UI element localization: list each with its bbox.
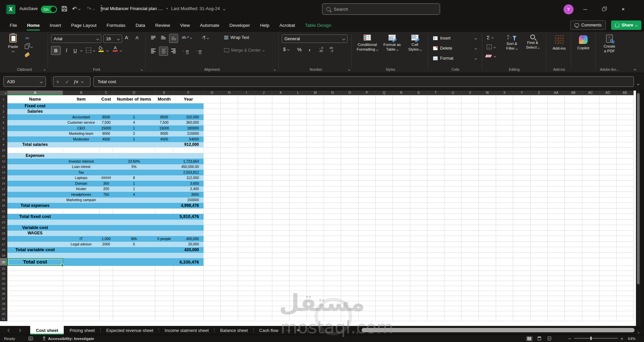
cell-I24[interactable] xyxy=(238,225,255,231)
cell-AA3[interactable] xyxy=(548,109,565,115)
cell-O41[interactable] xyxy=(341,316,358,321)
cell-O35[interactable] xyxy=(341,286,358,291)
cell-H35[interactable] xyxy=(221,286,238,291)
ribbon-tab-view[interactable]: View xyxy=(175,19,195,32)
cell-J23[interactable] xyxy=(255,220,272,225)
cell-U18[interactable] xyxy=(444,192,462,197)
cell-D20[interactable] xyxy=(113,203,155,209)
ribbon-tab-table-design[interactable]: Table Design xyxy=(300,19,336,32)
cell-X39[interactable] xyxy=(496,306,513,311)
row-header-3[interactable]: 3 xyxy=(0,109,7,115)
cell-D37[interactable] xyxy=(113,296,155,301)
cell-Y16[interactable] xyxy=(513,181,530,186)
cell-AC27[interactable] xyxy=(582,242,599,247)
cell-R9[interactable] xyxy=(393,142,410,148)
cell-M6[interactable] xyxy=(307,125,324,131)
cell-A41[interactable] xyxy=(7,316,63,321)
font-color-button[interactable]: A xyxy=(113,46,118,52)
cell-W18[interactable] xyxy=(479,192,496,197)
column-header-A[interactable]: A xyxy=(7,91,63,95)
row-header-4[interactable]: 4 xyxy=(0,114,7,120)
cell-D19[interactable] xyxy=(113,197,155,203)
cell-C10[interactable] xyxy=(100,148,113,153)
cell-B35[interactable] xyxy=(63,286,100,291)
sheet-tab-cost-sheet[interactable]: Cost sheet xyxy=(30,326,64,335)
cell-X22[interactable] xyxy=(496,214,513,220)
cell-I26[interactable] xyxy=(238,236,255,242)
find-select-button[interactable]: Find & Select xyxy=(523,35,542,50)
cell-V40[interactable] xyxy=(462,311,479,316)
cell-B16[interactable]: Domain xyxy=(63,181,100,186)
cell-F1[interactable]: Year xyxy=(173,95,204,103)
cell-O21[interactable] xyxy=(341,209,358,214)
cell-S28[interactable] xyxy=(410,247,427,253)
cell-E30[interactable] xyxy=(155,258,173,266)
cell-U41[interactable] xyxy=(444,316,462,321)
cell-R11[interactable] xyxy=(393,153,410,159)
cell-F12[interactable]: 1,723,664 xyxy=(173,159,204,164)
cell-Q40[interactable] xyxy=(376,311,393,316)
cell-T33[interactable] xyxy=(427,276,444,281)
cell-S18[interactable] xyxy=(410,192,427,197)
sheet-tab-expected-revenue-sheet[interactable]: Expected revenue sheet xyxy=(101,326,159,335)
cell-AB6[interactable] xyxy=(565,125,582,131)
cell-AC10[interactable] xyxy=(582,148,599,153)
cell-F36[interactable] xyxy=(173,291,204,296)
cell-K39[interactable] xyxy=(272,306,289,311)
cell-A19[interactable] xyxy=(7,197,63,203)
cell-C28[interactable] xyxy=(100,247,113,253)
sheet-nav-prev-icon[interactable] xyxy=(4,326,14,335)
cell-AE10[interactable] xyxy=(616,148,634,153)
cell-V23[interactable] xyxy=(462,220,479,225)
cell-H36[interactable] xyxy=(221,291,238,296)
text-direction-button[interactable]: ›¶ xyxy=(202,35,209,40)
cell-V41[interactable] xyxy=(462,316,479,321)
cell-G36[interactable] xyxy=(204,291,221,296)
cell-AD41[interactable] xyxy=(599,316,616,321)
cell-P32[interactable] xyxy=(359,271,376,276)
cell-O9[interactable] xyxy=(341,142,358,148)
redo-button[interactable]: ↷ xyxy=(87,5,95,12)
column-header-U[interactable]: U xyxy=(444,91,462,95)
cell-B1[interactable]: Item xyxy=(63,95,100,103)
cell-S10[interactable] xyxy=(410,148,427,153)
cell-W35[interactable] xyxy=(479,286,496,291)
cell-Y21[interactable] xyxy=(513,209,530,214)
cell-E39[interactable] xyxy=(155,306,173,311)
zoom-slider-thumb[interactable] xyxy=(590,337,592,340)
cell-AC6[interactable] xyxy=(582,125,599,131)
cell-W25[interactable] xyxy=(479,231,496,236)
cell-D10[interactable] xyxy=(113,148,155,153)
row-header-37[interactable]: 37 xyxy=(0,296,7,301)
cell-J2[interactable] xyxy=(255,103,272,109)
cell-S6[interactable] xyxy=(410,125,427,131)
cell-R32[interactable] xyxy=(393,271,410,276)
cell-H22[interactable] xyxy=(221,214,238,220)
cell-K27[interactable] xyxy=(272,242,289,247)
cell-U11[interactable] xyxy=(444,153,462,159)
cell-A35[interactable] xyxy=(7,286,63,291)
cell-N9[interactable] xyxy=(324,142,341,148)
cell-V38[interactable] xyxy=(462,301,479,306)
row-header-2[interactable]: 2 xyxy=(0,103,7,109)
cell-K37[interactable] xyxy=(272,296,289,301)
cell-C19[interactable] xyxy=(100,197,113,203)
expand-formula-bar-icon[interactable] xyxy=(637,80,639,86)
cell-I14[interactable] xyxy=(238,170,255,175)
cell-R31[interactable] xyxy=(393,266,410,271)
cell-B21[interactable] xyxy=(63,209,100,214)
cell-W8[interactable] xyxy=(479,136,496,142)
cell-W20[interactable] xyxy=(479,203,496,209)
column-header-H[interactable]: H xyxy=(221,91,238,95)
column-header-AB[interactable]: AB xyxy=(565,91,582,95)
cell-J35[interactable] xyxy=(255,286,272,291)
cell-O8[interactable] xyxy=(341,136,358,142)
cell-Q26[interactable] xyxy=(376,236,393,242)
cell-N13[interactable] xyxy=(324,164,341,170)
cell-V9[interactable] xyxy=(462,142,479,148)
cell-X20[interactable] xyxy=(496,203,513,209)
cell-I39[interactable] xyxy=(238,306,255,311)
cell-L15[interactable] xyxy=(289,175,307,181)
cell-AB40[interactable] xyxy=(565,311,582,316)
cell-R25[interactable] xyxy=(393,231,410,236)
